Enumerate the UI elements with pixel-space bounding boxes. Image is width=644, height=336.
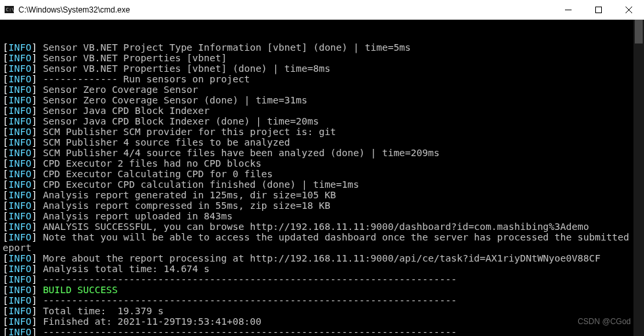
log-line: [INFO] ------------- Run sensors on proj… [3,74,641,84]
log-line: [INFO] Total time: 19.379 s [3,306,641,316]
log-line: [INFO] More about the report processing … [3,253,641,264]
svg-text:C:\: C:\ [6,7,14,13]
log-line: [INFO] Sensor Zero Coverage Sensor (done… [3,95,641,105]
scrollbar-thumb[interactable] [635,20,643,43]
log-line: [INFO] Sensor Java CPD Block Indexer [3,105,641,116]
log-line: [INFO] ANALYSIS SUCCESSFUL, you can brow… [3,221,641,232]
log-line: [INFO] Sensor Java CPD Block Indexer (do… [3,116,641,126]
close-button[interactable] [614,0,644,20]
log-line: [INFO] ---------------------------------… [3,274,641,285]
window-title: C:\Windows\System32\cmd.exe [18,5,130,14]
log-line: [INFO] SCM Publisher 4/4 source files ha… [3,148,641,158]
log-line: [INFO] Sensor Zero Coverage Sensor [3,84,641,95]
log-line: [INFO] CPD Executor 2 files had no CPD b… [3,158,641,169]
log-line: [INFO] Finished at: 2021-11-29T19:53:41+… [3,316,641,327]
log-line: [INFO] ---------------------------------… [3,327,641,336]
log-line: [INFO] Analysis report uploaded in 843ms [3,211,641,221]
log-line: [INFO] SCM Publisher 4 source files to b… [3,137,641,148]
log-line: eport [3,242,641,253]
log-line: [INFO] Analysis report generated in 125m… [3,190,641,200]
scrollbar[interactable] [633,20,644,336]
minimize-button[interactable] [553,0,583,20]
maximize-button[interactable] [583,0,614,20]
cmd-icon: C:\ [4,5,14,15]
watermark: CSDN @CGod [577,316,631,327]
log-line: [INFO] CPD Executor Calculating CPD for … [3,169,641,179]
log-line: [INFO] Note that you will be able to acc… [3,232,641,242]
log-line: [INFO] ---------------------------------… [3,295,641,306]
log-line: [INFO] Sensor VB.NET Properties [vbnet] [3,53,641,63]
log-line: [INFO] CPD Executor CPD calculation fini… [3,179,641,190]
log-line: [INFO] Sensor VB.NET Properties [vbnet] … [3,63,641,74]
svg-rect-3 [596,7,602,13]
terminal-output[interactable]: [INFO] Sensor VB.NET Project Type Inform… [0,20,644,336]
log-line: [INFO] Sensor VB.NET Project Type Inform… [3,42,641,53]
log-line: [INFO] Analysis total time: 14.674 s [3,264,641,274]
log-line: [INFO] Analysis report compressed in 55m… [3,200,641,211]
window-titlebar: C:\ C:\Windows\System32\cmd.exe [0,0,644,20]
log-line: [INFO] BUILD SUCCESS [3,285,641,295]
log-line: [INFO] SCM Publisher SCM provider for th… [3,126,641,137]
window-controls [553,0,644,20]
